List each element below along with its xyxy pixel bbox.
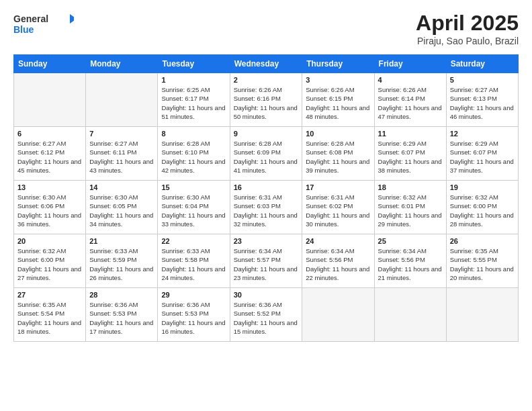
day-number: 20 bbox=[17, 237, 82, 245]
day-info: Sunrise: 6:36 AMSunset: 5:52 PMDaylight:… bbox=[234, 301, 298, 335]
calendar-cell: 17 Sunrise: 6:31 AMSunset: 6:02 PMDaylig… bbox=[302, 181, 374, 234]
calendar-body: 1 Sunrise: 6:25 AMSunset: 6:17 PMDayligh… bbox=[14, 73, 519, 342]
day-number: 27 bbox=[17, 291, 82, 299]
calendar-cell: 27 Sunrise: 6:35 AMSunset: 5:54 PMDaylig… bbox=[14, 288, 86, 342]
day-number: 7 bbox=[89, 130, 154, 138]
header: General Blue April 2025 Piraju, Sao Paul… bbox=[13, 11, 519, 46]
calendar-cell bbox=[302, 288, 374, 342]
day-info: Sunrise: 6:26 AMSunset: 6:16 PMDaylight:… bbox=[234, 86, 298, 120]
day-number: 14 bbox=[89, 183, 154, 191]
day-info: Sunrise: 6:28 AMSunset: 6:10 PMDaylight:… bbox=[161, 140, 225, 174]
day-info: Sunrise: 6:31 AMSunset: 6:03 PMDaylight:… bbox=[234, 193, 298, 228]
day-number: 24 bbox=[306, 237, 370, 245]
calendar-cell: 20 Sunrise: 6:32 AMSunset: 6:00 PMDaylig… bbox=[14, 234, 86, 288]
day-info: Sunrise: 6:29 AMSunset: 6:07 PMDaylight:… bbox=[450, 140, 514, 174]
day-number: 22 bbox=[161, 237, 226, 245]
weekday-header-sunday: Sunday bbox=[14, 55, 86, 73]
calendar-cell: 10 Sunrise: 6:28 AMSunset: 6:08 PMDaylig… bbox=[302, 127, 374, 181]
day-number: 19 bbox=[450, 183, 515, 191]
logo-svg: General Blue bbox=[13, 11, 74, 38]
day-info: Sunrise: 6:36 AMSunset: 5:53 PMDaylight:… bbox=[89, 301, 153, 335]
day-info: Sunrise: 6:34 AMSunset: 5:57 PMDaylight:… bbox=[234, 247, 298, 281]
svg-text:Blue: Blue bbox=[13, 24, 34, 35]
calendar-cell: 28 Sunrise: 6:36 AMSunset: 5:53 PMDaylig… bbox=[86, 288, 158, 342]
calendar-cell: 5 Sunrise: 6:27 AMSunset: 6:13 PMDayligh… bbox=[446, 73, 518, 127]
day-info: Sunrise: 6:35 AMSunset: 5:54 PMDaylight:… bbox=[17, 301, 81, 335]
weekday-header-tuesday: Tuesday bbox=[158, 55, 230, 73]
calendar-cell: 12 Sunrise: 6:29 AMSunset: 6:07 PMDaylig… bbox=[446, 127, 518, 181]
day-info: Sunrise: 6:32 AMSunset: 6:00 PMDaylight:… bbox=[450, 193, 514, 228]
calendar-cell: 19 Sunrise: 6:32 AMSunset: 6:00 PMDaylig… bbox=[446, 181, 518, 234]
calendar-cell bbox=[86, 73, 158, 127]
day-number: 13 bbox=[17, 183, 82, 191]
calendar-cell: 25 Sunrise: 6:34 AMSunset: 5:56 PMDaylig… bbox=[374, 234, 446, 288]
day-number: 12 bbox=[450, 130, 515, 138]
calendar-header-row: SundayMondayTuesdayWednesdayThursdayFrid… bbox=[14, 55, 519, 73]
calendar-cell: 14 Sunrise: 6:30 AMSunset: 6:05 PMDaylig… bbox=[86, 181, 158, 234]
weekday-header-monday: Monday bbox=[86, 55, 158, 73]
day-number: 9 bbox=[234, 130, 299, 138]
calendar-cell: 18 Sunrise: 6:32 AMSunset: 6:01 PMDaylig… bbox=[374, 181, 446, 234]
day-info: Sunrise: 6:30 AMSunset: 6:06 PMDaylight:… bbox=[17, 193, 81, 228]
svg-text:General: General bbox=[13, 13, 48, 24]
calendar-cell bbox=[374, 288, 446, 342]
day-number: 23 bbox=[234, 237, 299, 245]
calendar-cell: 9 Sunrise: 6:28 AMSunset: 6:09 PMDayligh… bbox=[230, 127, 302, 181]
calendar-cell: 8 Sunrise: 6:28 AMSunset: 6:10 PMDayligh… bbox=[158, 127, 230, 181]
calendar-cell: 23 Sunrise: 6:34 AMSunset: 5:57 PMDaylig… bbox=[230, 234, 302, 288]
calendar-week-5: 27 Sunrise: 6:35 AMSunset: 5:54 PMDaylig… bbox=[14, 288, 519, 342]
day-info: Sunrise: 6:27 AMSunset: 6:13 PMDaylight:… bbox=[450, 86, 514, 120]
calendar-cell: 11 Sunrise: 6:29 AMSunset: 6:07 PMDaylig… bbox=[374, 127, 446, 181]
calendar-cell: 1 Sunrise: 6:25 AMSunset: 6:17 PMDayligh… bbox=[158, 73, 230, 127]
day-number: 30 bbox=[234, 291, 299, 299]
day-info: Sunrise: 6:35 AMSunset: 5:55 PMDaylight:… bbox=[450, 247, 514, 281]
weekday-header-saturday: Saturday bbox=[446, 55, 518, 73]
calendar-cell bbox=[14, 73, 86, 127]
calendar-cell: 24 Sunrise: 6:34 AMSunset: 5:56 PMDaylig… bbox=[302, 234, 374, 288]
day-number: 17 bbox=[306, 183, 370, 191]
calendar-cell: 7 Sunrise: 6:27 AMSunset: 6:11 PMDayligh… bbox=[86, 127, 158, 181]
day-info: Sunrise: 6:33 AMSunset: 5:59 PMDaylight:… bbox=[89, 247, 153, 281]
day-info: Sunrise: 6:28 AMSunset: 6:08 PMDaylight:… bbox=[306, 140, 369, 174]
day-number: 15 bbox=[161, 183, 226, 191]
calendar-title: April 2025 bbox=[416, 11, 519, 36]
day-number: 10 bbox=[306, 130, 370, 138]
logo: General Blue bbox=[13, 11, 74, 38]
calendar-cell bbox=[446, 288, 518, 342]
day-info: Sunrise: 6:32 AMSunset: 6:00 PMDaylight:… bbox=[17, 247, 81, 281]
day-info: Sunrise: 6:28 AMSunset: 6:09 PMDaylight:… bbox=[234, 140, 298, 174]
day-info: Sunrise: 6:34 AMSunset: 5:56 PMDaylight:… bbox=[306, 247, 369, 281]
day-info: Sunrise: 6:32 AMSunset: 6:01 PMDaylight:… bbox=[378, 193, 442, 228]
day-info: Sunrise: 6:29 AMSunset: 6:07 PMDaylight:… bbox=[378, 140, 442, 174]
weekday-header-wednesday: Wednesday bbox=[230, 55, 302, 73]
day-info: Sunrise: 6:26 AMSunset: 6:15 PMDaylight:… bbox=[306, 86, 369, 120]
calendar-table: SundayMondayTuesdayWednesdayThursdayFrid… bbox=[13, 54, 519, 342]
day-number: 3 bbox=[306, 76, 370, 84]
calendar-cell: 3 Sunrise: 6:26 AMSunset: 6:15 PMDayligh… bbox=[302, 73, 374, 127]
calendar-cell: 22 Sunrise: 6:33 AMSunset: 5:58 PMDaylig… bbox=[158, 234, 230, 288]
day-number: 18 bbox=[378, 183, 443, 191]
day-info: Sunrise: 6:34 AMSunset: 5:56 PMDaylight:… bbox=[378, 247, 442, 281]
title-block: April 2025 Piraju, Sao Paulo, Brazil bbox=[416, 11, 519, 46]
weekday-header-thursday: Thursday bbox=[302, 55, 374, 73]
calendar-cell: 29 Sunrise: 6:36 AMSunset: 5:53 PMDaylig… bbox=[158, 288, 230, 342]
day-info: Sunrise: 6:36 AMSunset: 5:53 PMDaylight:… bbox=[161, 301, 225, 335]
day-number: 2 bbox=[234, 76, 299, 84]
day-number: 1 bbox=[161, 76, 226, 84]
day-info: Sunrise: 6:26 AMSunset: 6:14 PMDaylight:… bbox=[378, 86, 442, 120]
calendar-cell: 2 Sunrise: 6:26 AMSunset: 6:16 PMDayligh… bbox=[230, 73, 302, 127]
day-info: Sunrise: 6:30 AMSunset: 6:04 PMDaylight:… bbox=[161, 193, 225, 228]
calendar-cell: 30 Sunrise: 6:36 AMSunset: 5:52 PMDaylig… bbox=[230, 288, 302, 342]
day-info: Sunrise: 6:27 AMSunset: 6:11 PMDaylight:… bbox=[89, 140, 153, 174]
day-number: 11 bbox=[378, 130, 443, 138]
day-number: 26 bbox=[450, 237, 515, 245]
day-number: 28 bbox=[89, 291, 154, 299]
calendar-cell: 6 Sunrise: 6:27 AMSunset: 6:12 PMDayligh… bbox=[14, 127, 86, 181]
day-number: 25 bbox=[378, 237, 443, 245]
day-number: 29 bbox=[161, 291, 226, 299]
calendar-cell: 13 Sunrise: 6:30 AMSunset: 6:06 PMDaylig… bbox=[14, 181, 86, 234]
calendar-cell: 15 Sunrise: 6:30 AMSunset: 6:04 PMDaylig… bbox=[158, 181, 230, 234]
svg-marker-2 bbox=[70, 14, 74, 24]
page: General Blue April 2025 Piraju, Sao Paul… bbox=[0, 0, 532, 411]
day-info: Sunrise: 6:33 AMSunset: 5:58 PMDaylight:… bbox=[161, 247, 225, 281]
